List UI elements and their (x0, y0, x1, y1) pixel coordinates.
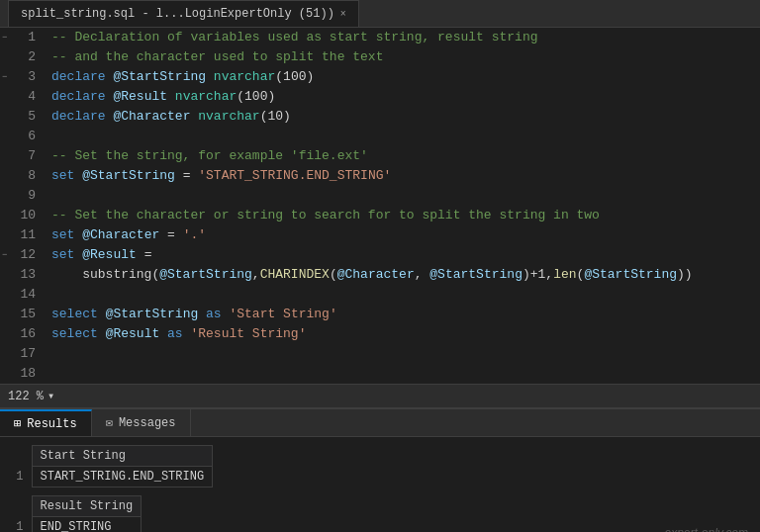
watermark: expert-only.com (665, 526, 748, 532)
line-number: −3 (0, 67, 48, 87)
line-number: −1 (0, 28, 48, 47)
line-content: select @StartString as 'Start String' (48, 305, 760, 324)
editor-line: 2-- and the character used to split the … (0, 47, 760, 67)
editor-line: 8set @StartString = 'START_STRING.END_ST… (0, 166, 760, 186)
result-string-table: Result String 1 END_STRING (8, 495, 142, 532)
editor-line: 18 (0, 364, 760, 384)
messages-icon: ✉ (106, 415, 113, 430)
editor-line: 6 (0, 127, 760, 146)
line-content: -- Declaration of variables used as star… (48, 28, 760, 47)
editor-line: 17 (0, 344, 760, 364)
messages-tab-label: Messages (119, 416, 176, 430)
line-number: 16 (0, 324, 48, 344)
line-number: 11 (0, 225, 48, 245)
line-number: 15 (0, 305, 48, 324)
line-content: -- Set the character or string to search… (48, 206, 760, 225)
tab-close-button[interactable]: × (340, 9, 346, 20)
zoom-value: 122 % (8, 390, 44, 403)
line-number: 18 (0, 364, 48, 384)
line-content (48, 364, 760, 384)
editor-line: −3declare @StartString nvarchar(100) (0, 67, 760, 87)
line-number: 13 (0, 265, 48, 285)
result-string-header: Result String (32, 496, 142, 517)
line-content: declare @StartString nvarchar(100) (48, 67, 760, 87)
editor-line: 13 substring(@StartString,CHARINDEX(@Cha… (0, 265, 760, 285)
line-content: set @Character = '.' (48, 225, 760, 245)
row-number: 1 (8, 517, 32, 533)
line-number: 2 (0, 47, 48, 67)
start-string-value: START_STRING.END_STRING (32, 467, 213, 488)
editor-line: 9 (0, 186, 760, 206)
line-number: 4 (0, 87, 48, 107)
results-icon: ⊞ (14, 416, 21, 431)
line-content: declare @Character nvarchar(10) (48, 107, 760, 127)
line-number: 17 (0, 344, 48, 364)
results-panel: ⊞ Results ✉ Messages Start String 1 (0, 407, 760, 532)
editor-line: 14 (0, 285, 760, 305)
line-content: -- and the character used to split the t… (48, 47, 760, 67)
editor-line: 5declare @Character nvarchar(10) (0, 107, 760, 127)
editor-line: 16select @Result as 'Result String' (0, 324, 760, 344)
line-content (48, 344, 760, 364)
line-content (48, 127, 760, 146)
results-tabs: ⊞ Results ✉ Messages (0, 409, 760, 437)
line-content: declare @Result nvarchar(100) (48, 87, 760, 107)
line-content: set @StartString = 'START_STRING.END_STR… (48, 166, 760, 186)
table-row: 1 START_STRING.END_STRING (8, 467, 213, 488)
editor-line: −1-- Declaration of variables used as st… (0, 28, 760, 47)
line-number: 14 (0, 285, 48, 305)
editor-line: 7-- Set the string, for example 'file.ex… (0, 146, 760, 166)
line-content: -- Set the string, for example 'file.ext… (48, 146, 760, 166)
line-number: −12 (0, 245, 48, 265)
results-tab-label: Results (27, 417, 76, 431)
title-bar: split_string.sql - l...LoginExpertOnly (… (0, 0, 760, 28)
row-number: 1 (8, 467, 32, 488)
editor-content: −1-- Declaration of variables used as st… (0, 28, 760, 384)
editor: −1-- Declaration of variables used as st… (0, 28, 760, 384)
start-string-table: Start String 1 START_STRING.END_STRING (8, 445, 213, 488)
table-row: 1 END_STRING (8, 517, 142, 533)
line-content (48, 186, 760, 206)
editor-tab[interactable]: split_string.sql - l...LoginExpertOnly (… (8, 0, 359, 27)
result-string-value: END_STRING (32, 517, 142, 533)
editor-line: 15select @StartString as 'Start String' (0, 305, 760, 324)
line-number: 6 (0, 127, 48, 146)
line-content: substring(@StartString,CHARINDEX(@Charac… (48, 265, 760, 285)
editor-line: −12set @Result = (0, 245, 760, 265)
line-number: 8 (0, 166, 48, 186)
line-number: 7 (0, 146, 48, 166)
line-number: 9 (0, 186, 48, 206)
zoom-control: 122 % ▾ (0, 384, 760, 407)
results-tab-results[interactable]: ⊞ Results (0, 409, 92, 436)
line-content: select @Result as 'Result String' (48, 324, 760, 344)
editor-line: 4declare @Result nvarchar(100) (0, 87, 760, 107)
results-tab-messages[interactable]: ✉ Messages (92, 409, 191, 436)
line-content: set @Result = (48, 245, 760, 265)
tab-label: split_string.sql - l...LoginExpertOnly (… (21, 7, 334, 21)
start-string-header: Start String (32, 446, 213, 467)
editor-line: 10-- Set the character or string to sear… (0, 206, 760, 225)
line-number: 5 (0, 107, 48, 127)
results-tables: Start String 1 START_STRING.END_STRING R… (0, 437, 760, 532)
editor-line: 11set @Character = '.' (0, 225, 760, 245)
zoom-dropdown-arrow[interactable]: ▾ (48, 389, 54, 403)
line-content (48, 285, 760, 305)
line-number: 10 (0, 206, 48, 225)
